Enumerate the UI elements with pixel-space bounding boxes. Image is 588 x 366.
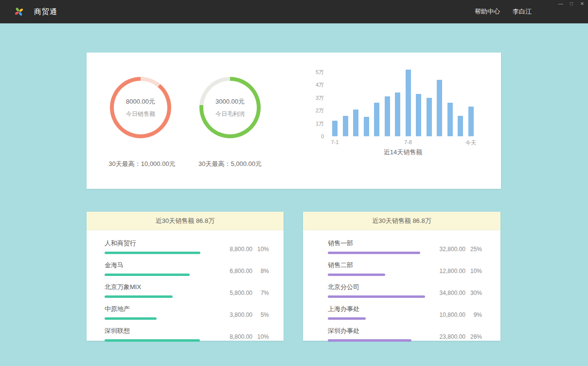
item-figures: 23,800.0026% (431, 333, 482, 342)
item-figures: 6,800.008% (218, 268, 269, 276)
item-name: 销售一部 (328, 239, 420, 248)
chart-bar (416, 94, 421, 136)
item-info: 北京万象MIX (105, 283, 173, 298)
item-name: 金海马 (105, 261, 190, 270)
today-sales-donut: 8000.00元 今日销售额 (110, 77, 171, 138)
item-progress-bar (105, 339, 200, 342)
list-item: 上海办事处10,800.009% (328, 305, 482, 320)
item-figures: 3,800.005% (218, 311, 269, 320)
item-progress-bar (328, 274, 385, 276)
chart-caption: 近14天销售额 (332, 148, 474, 157)
item-figures: 32,800.0025% (431, 246, 482, 254)
sales-14d-chart: 01万2万3万4万5万 7-17-8今天 近14天销售额 (310, 68, 495, 157)
list-item: 金海马6,800.008% (105, 261, 269, 276)
chart-bar (374, 103, 379, 136)
y-tick-label: 5万 (306, 69, 324, 75)
chart-yaxis: 01万2万3万4万5万 (310, 68, 328, 136)
maximize-button[interactable]: □ (569, 1, 574, 7)
department-card-title: 近30天销售额 86.8万 (303, 212, 500, 230)
item-value: 5,800.00 (218, 290, 252, 296)
window-controls: — □ ✕ (558, 1, 585, 7)
item-value: 6,800.00 (218, 268, 252, 274)
item-figures: 8,800.0010% (218, 333, 269, 342)
list-item: 北京分公司34,800.0030% (328, 283, 482, 298)
item-figures: 8,800.0010% (218, 246, 269, 254)
item-value: 10,800.00 (431, 311, 465, 318)
today-profit-donut: 3000.00元 今日毛利润 (199, 77, 261, 138)
item-name: 北京分公司 (328, 283, 425, 292)
list-item: 深圳联想8,800.0010% (105, 327, 269, 342)
item-percent: 10% (252, 333, 269, 340)
chart-bar (406, 70, 411, 136)
dashboard-card: 8000.00元 今日销售额 30天最高：10,000.00元 3000.00元… (87, 53, 501, 189)
item-progress-bar (105, 252, 200, 254)
item-progress-bar (105, 274, 190, 276)
item-progress-bar (328, 317, 366, 320)
item-name: 北京万象MIX (105, 283, 173, 292)
item-info: 人和商贸行 (105, 239, 200, 254)
item-info: 销售一部 (328, 239, 420, 254)
item-info: 深圳联想 (105, 327, 200, 342)
item-name: 深圳联想 (105, 327, 200, 335)
list-item: 中原地产3,800.005% (105, 305, 269, 320)
x-tick-label: 7-8 (404, 139, 412, 145)
y-tick-label: 1万 (306, 121, 324, 127)
item-progress-bar (328, 295, 425, 298)
donut-hole: 8000.00元 今日销售额 (114, 81, 167, 134)
item-name: 中原地产 (105, 305, 157, 313)
item-info: 上海办事处 (328, 305, 366, 320)
item-value: 8,800.00 (218, 333, 252, 340)
chart-bar (437, 80, 442, 136)
list-item: 深圳办事处23,800.0026% (328, 327, 482, 342)
app-title: 商贸通 (34, 7, 57, 17)
item-percent: 25% (465, 246, 482, 253)
donut-hole: 3000.00元 今日毛利润 (203, 81, 257, 134)
item-percent: 26% (465, 333, 482, 340)
item-value: 23,800.00 (431, 333, 465, 340)
customer-sales-card: 近30天销售额 86.8万 人和商贸行8,800.0010%金海马6,800.0… (87, 212, 284, 341)
item-value: 34,800.00 (431, 290, 465, 296)
item-figures: 10,800.009% (431, 311, 482, 320)
minimize-button[interactable]: — (558, 1, 564, 7)
chart-plot: 01万2万3万4万5万 7-17-8今天 (332, 68, 495, 136)
item-name: 上海办事处 (328, 305, 366, 313)
title-bar: 商贸通 帮助中心 李白江 — □ ✕ (0, 0, 588, 23)
chart-bar (468, 107, 474, 136)
profit-30d-max: 30天最高：5,000.00元 (172, 160, 288, 168)
item-info: 中原地产 (105, 305, 157, 320)
item-progress-bar (105, 295, 173, 298)
chart-bar (332, 121, 338, 136)
chart-bar (353, 110, 358, 136)
list-item: 销售二部12,800.0010% (328, 261, 482, 276)
chart-bar (447, 103, 453, 136)
item-progress-bar (328, 252, 420, 254)
chart-bar (364, 117, 369, 136)
customer-card-title: 近30天销售额 86.8万 (87, 212, 284, 230)
item-value: 3,800.00 (218, 311, 252, 318)
item-info: 北京分公司 (328, 283, 425, 298)
user-menu[interactable]: 李白江 (513, 7, 532, 16)
today-profit-label: 今日毛利润 (215, 110, 245, 118)
item-info: 销售二部 (328, 261, 385, 276)
item-value: 12,800.00 (431, 268, 465, 274)
item-percent: 10% (252, 246, 269, 253)
y-tick-label: 4万 (306, 82, 324, 88)
close-button[interactable]: ✕ (579, 1, 585, 7)
help-center-link[interactable]: 帮助中心 (475, 7, 500, 16)
item-value: 32,800.00 (431, 246, 465, 253)
item-figures: 12,800.0010% (431, 268, 482, 276)
item-figures: 5,800.007% (218, 290, 269, 298)
item-info: 金海马 (105, 261, 190, 276)
item-progress-bar (328, 339, 411, 342)
chart-bars (332, 68, 495, 136)
y-tick-label: 3万 (306, 95, 324, 101)
topbar-menu: 帮助中心 李白江 (475, 0, 532, 23)
list-item: 人和商贸行8,800.0010% (105, 239, 269, 254)
chart-bar (343, 116, 348, 136)
chart-bar (385, 96, 390, 136)
x-tick-label: 7-1 (331, 139, 339, 145)
item-info: 深圳办事处 (328, 327, 411, 342)
chart-xaxis: 7-17-8今天 (332, 136, 495, 145)
y-tick-label: 0 (306, 133, 324, 139)
department-rows: 销售一部32,800.0025%销售二部12,800.0010%北京分公司34,… (303, 230, 500, 342)
